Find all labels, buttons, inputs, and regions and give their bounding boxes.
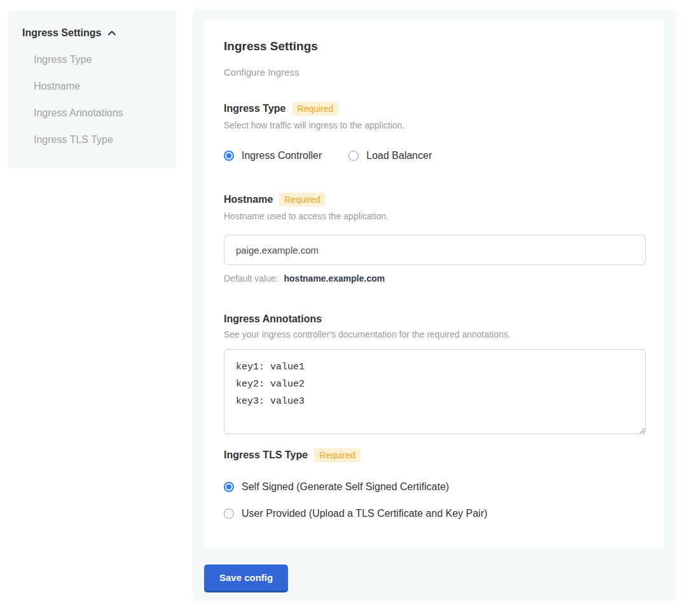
radio-label: User Provided (Upload a TLS Certificate …: [242, 508, 488, 519]
page-title: Ingress Settings: [224, 39, 645, 53]
section-ingress-type: Ingress Type Required Select how traffic…: [224, 102, 645, 161]
ingress-type-label: Ingress Type: [224, 103, 286, 114]
hostname-help: Hostname used to access the application.: [224, 211, 645, 221]
sidebar-item-hostname[interactable]: Hostname: [34, 81, 163, 92]
radio-selected-icon[interactable]: [224, 151, 234, 161]
ingress-type-help: Select how traffic will ingress to the a…: [224, 120, 645, 130]
section-ingress-tls-type: Ingress TLS Type Required Self Signed (G…: [224, 448, 645, 519]
sidebar-group-title: Ingress Settings: [22, 27, 101, 39]
radio-ingress-controller[interactable]: Ingress Controller: [224, 150, 322, 161]
page-subtitle: Configure Ingress: [224, 67, 645, 78]
save-config-button[interactable]: Save config: [204, 565, 288, 591]
radio-selected-icon[interactable]: [224, 482, 234, 492]
section-ingress-annotations: Ingress Annotations See your ingress con…: [224, 313, 645, 434]
default-value-label: Default value:: [224, 273, 278, 284]
hostname-default-line: Default value: hostname.example.com: [224, 273, 645, 284]
required-badge: Required: [314, 448, 360, 462]
ingress-annotations-textarea[interactable]: key1: value1 key2: value2 key3: value3: [224, 349, 646, 434]
radio-label: Self Signed (Generate Self Signed Certif…: [242, 481, 449, 493]
config-card: Ingress Settings Configure Ingress Ingre…: [204, 20, 664, 548]
section-hostname: Hostname Required Hostname used to acces…: [224, 193, 645, 284]
config-main-panel: Ingress Settings Configure Ingress Ingre…: [193, 9, 676, 601]
radio-self-signed[interactable]: Self Signed (Generate Self Signed Certif…: [224, 481, 645, 493]
hostname-input[interactable]: [224, 235, 646, 265]
radio-load-balancer[interactable]: Load Balancer: [348, 150, 432, 161]
sidebar-item-ingress-type[interactable]: Ingress Type: [34, 54, 163, 65]
sidebar-group-ingress-settings[interactable]: Ingress Settings: [22, 27, 163, 39]
default-value-text: hostname.example.com: [284, 273, 385, 284]
required-badge: Required: [279, 193, 326, 207]
radio-user-provided[interactable]: User Provided (Upload a TLS Certificate …: [224, 508, 645, 519]
radio-unselected-icon[interactable]: [348, 151, 359, 161]
radio-unselected-icon[interactable]: [224, 509, 234, 519]
radio-label: Ingress Controller: [242, 150, 322, 161]
ingress-tls-type-label: Ingress TLS Type: [224, 449, 308, 461]
required-badge: Required: [292, 102, 339, 116]
config-nav-sidebar: Ingress Settings Ingress Type Hostname I…: [8, 11, 176, 168]
chevron-up-icon[interactable]: [107, 28, 117, 38]
ingress-annotations-label: Ingress Annotations: [224, 313, 322, 325]
sidebar-item-ingress-annotations[interactable]: Ingress Annotations: [34, 107, 163, 119]
hostname-label: Hostname: [224, 194, 273, 205]
sidebar-item-ingress-tls-type[interactable]: Ingress TLS Type: [34, 134, 163, 146]
radio-label: Load Balancer: [366, 150, 432, 161]
ingress-annotations-help: See your ingress controller's documentat…: [224, 329, 645, 339]
